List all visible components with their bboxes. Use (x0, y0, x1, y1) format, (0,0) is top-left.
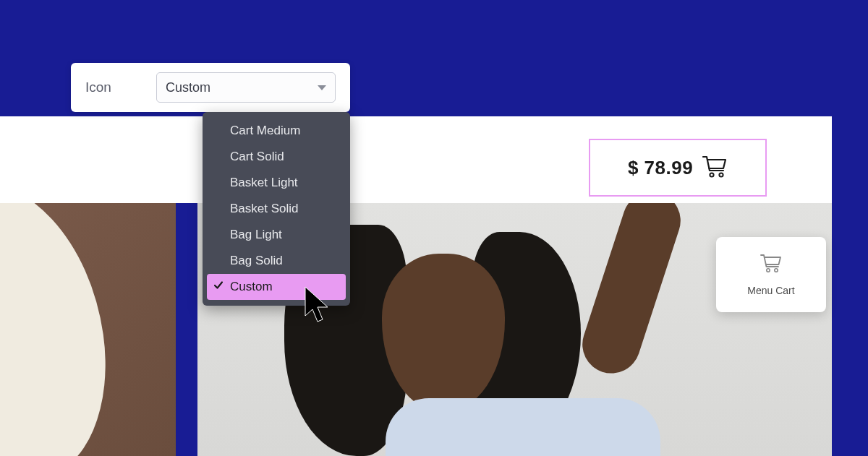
dropdown-option-bag-light[interactable]: Bag Light (207, 222, 346, 248)
dropdown-option-basket-solid[interactable]: Basket Solid (207, 196, 346, 222)
dropdown-option-bag-solid[interactable]: Bag Solid (207, 248, 346, 274)
catalog-image-left (0, 203, 176, 456)
cart-icon (760, 253, 783, 276)
icon-select-value: Custom (166, 80, 210, 95)
chevron-down-icon (318, 85, 326, 90)
dropdown-option-basket-light[interactable]: Basket Light (207, 170, 346, 196)
svg-point-3 (775, 269, 778, 272)
svg-point-2 (767, 269, 770, 272)
icon-setting-panel: Icon Custom (71, 63, 350, 112)
dropdown-option-cart-solid[interactable]: Cart Solid (207, 144, 346, 170)
cart-icon (702, 155, 728, 181)
cart-total-value: $ 78.99 (628, 157, 693, 179)
menu-cart-label: Menu Cart (747, 285, 794, 296)
svg-point-0 (710, 173, 714, 176)
dropdown-option-cart-medium[interactable]: Cart Medium (207, 118, 346, 144)
menu-cart-widget[interactable]: Menu Cart (716, 237, 826, 312)
dropdown-option-custom[interactable]: Custom (207, 274, 346, 300)
icon-select[interactable]: Custom (156, 72, 336, 103)
svg-point-1 (720, 173, 723, 176)
check-icon (213, 280, 224, 295)
icon-setting-label: Icon (85, 79, 111, 95)
dropdown-option-label: Custom (230, 280, 273, 293)
cart-total-box[interactable]: $ 78.99 (589, 139, 767, 197)
icon-dropdown: Cart Medium Cart Solid Basket Light Bask… (203, 112, 350, 306)
